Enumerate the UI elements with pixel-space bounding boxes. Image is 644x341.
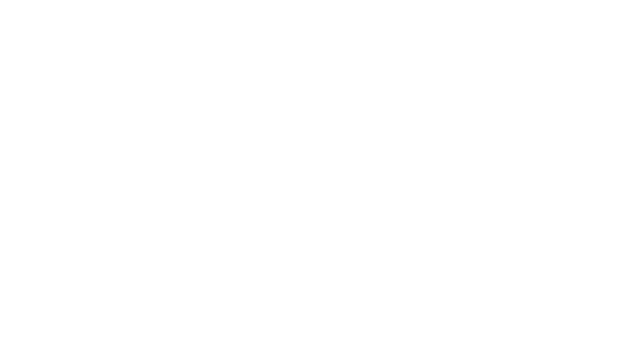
selection-handle-bottom-left[interactable] xyxy=(10,333,14,337)
selection-handle-middle-left[interactable] xyxy=(6,168,10,172)
selection-handle-top-left[interactable] xyxy=(2,2,6,6)
app-window xyxy=(0,0,644,341)
selection-handle-top-middle[interactable] xyxy=(338,1,342,5)
selection-handle-bottom-middle[interactable] xyxy=(338,331,342,335)
window-bottom-edge xyxy=(0,336,644,339)
column-header-sliver xyxy=(0,0,644,3)
embedded-chart[interactable] xyxy=(6,3,644,336)
line-chart-svg xyxy=(6,3,644,336)
row-header-sliver xyxy=(0,3,5,336)
